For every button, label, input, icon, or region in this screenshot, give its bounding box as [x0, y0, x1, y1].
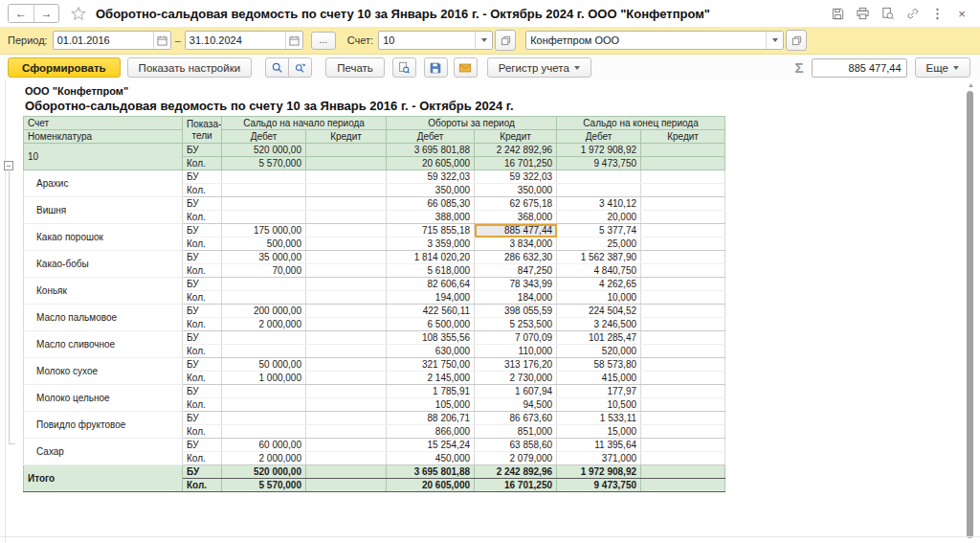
value-cell[interactable]: 715 855,18 — [387, 224, 475, 238]
row-name-cell[interactable]: 10 — [24, 144, 183, 170]
value-cell[interactable] — [641, 439, 725, 452]
value-cell[interactable] — [641, 452, 725, 465]
value-cell[interactable] — [641, 291, 725, 305]
value-cell[interactable]: 4 840,750 — [557, 264, 641, 278]
value-cell[interactable] — [641, 372, 725, 385]
value-cell[interactable]: 3 834,000 — [475, 238, 557, 251]
value-cell[interactable] — [306, 157, 387, 170]
value-cell[interactable] — [641, 385, 725, 398]
close-icon[interactable]: × — [955, 7, 969, 21]
organization-choose-button[interactable] — [786, 30, 807, 51]
indicator-cell[interactable]: Кол. — [183, 425, 222, 439]
value-cell[interactable] — [222, 170, 306, 184]
link-icon[interactable] — [905, 7, 920, 21]
value-cell[interactable]: 422 560,11 — [387, 305, 475, 318]
indicator-cell[interactable]: БУ — [183, 197, 222, 211]
value-cell[interactable]: 62 675,18 — [475, 197, 557, 211]
value-cell[interactable]: 2 000,000 — [222, 318, 306, 331]
value-cell[interactable]: 2 730,000 — [475, 372, 557, 385]
value-cell[interactable]: 200 000,00 — [222, 305, 306, 318]
value-cell[interactable]: 7 070,09 — [475, 331, 557, 345]
value-cell[interactable] — [641, 264, 725, 278]
indicator-cell[interactable]: Кол. — [183, 452, 222, 465]
value-cell[interactable] — [306, 238, 387, 251]
value-cell[interactable] — [222, 412, 306, 425]
value-cell[interactable] — [306, 398, 387, 412]
value-cell[interactable]: 1 533,11 — [557, 412, 641, 425]
account-choose-button[interactable] — [495, 30, 516, 51]
value-cell[interactable]: 20 605,000 — [387, 479, 475, 492]
vertical-scrollbar[interactable]: ▲ — [965, 81, 976, 542]
value-cell[interactable] — [306, 372, 387, 385]
print-icon[interactable] — [856, 7, 870, 21]
value-cell[interactable] — [306, 170, 387, 184]
indicator-cell[interactable]: Кол. — [183, 318, 222, 331]
calendar-icon[interactable] — [153, 32, 170, 49]
value-cell[interactable]: 520,000 — [557, 345, 641, 358]
indicator-cell[interactable]: Кол. — [183, 238, 222, 251]
value-cell[interactable]: 25,000 — [557, 238, 641, 251]
value-cell[interactable] — [222, 211, 306, 224]
value-cell[interactable] — [306, 385, 387, 398]
row-name-cell[interactable]: Масло сливочное — [24, 331, 183, 358]
value-cell[interactable]: 35 000,00 — [222, 251, 306, 264]
period-variants-button[interactable]: ... — [311, 32, 336, 50]
value-cell[interactable] — [641, 479, 725, 492]
value-cell[interactable]: 224 504,52 — [557, 305, 641, 318]
value-cell[interactable]: 5 570,000 — [222, 479, 306, 492]
value-cell[interactable]: 16 701,250 — [475, 479, 557, 492]
value-cell[interactable] — [641, 224, 725, 238]
row-name-cell[interactable]: Итого — [24, 465, 183, 492]
indicator-cell[interactable]: Кол. — [183, 157, 222, 170]
value-cell[interactable]: 851,000 — [475, 425, 557, 439]
value-cell[interactable] — [306, 318, 387, 331]
print-preview-icon[interactable] — [392, 57, 416, 78]
value-cell[interactable]: 60 000,00 — [222, 439, 306, 452]
indicator-cell[interactable]: Кол. — [183, 479, 222, 492]
indicator-cell[interactable]: Кол. — [183, 398, 222, 412]
value-cell[interactable]: 20 605,000 — [387, 157, 475, 170]
value-cell[interactable] — [641, 465, 725, 479]
value-cell[interactable] — [641, 412, 725, 425]
indicator-cell[interactable]: Кол. — [183, 291, 222, 305]
value-cell[interactable]: 630,000 — [387, 345, 475, 358]
indicator-cell[interactable]: БУ — [183, 412, 222, 425]
search-icon[interactable] — [265, 57, 289, 78]
value-cell[interactable] — [641, 184, 725, 197]
row-name-cell[interactable]: Молоко цельное — [24, 385, 183, 412]
value-cell[interactable] — [306, 197, 387, 211]
value-cell[interactable] — [641, 157, 725, 170]
value-cell[interactable]: 78 343,99 — [475, 278, 557, 291]
value-cell[interactable]: 520 000,00 — [222, 465, 306, 479]
value-cell[interactable] — [306, 425, 387, 439]
search-next-icon[interactable] — [288, 57, 312, 78]
value-cell[interactable]: 108 355,56 — [387, 331, 475, 345]
value-cell[interactable] — [222, 345, 306, 358]
account-combo[interactable]: 10 — [378, 31, 493, 50]
row-name-cell[interactable]: Молоко сухое — [24, 358, 183, 385]
value-cell[interactable] — [557, 170, 641, 184]
value-cell[interactable]: 70,000 — [222, 264, 306, 278]
scrollbar-thumb[interactable] — [967, 91, 973, 538]
value-cell[interactable] — [306, 291, 387, 305]
value-cell[interactable] — [641, 278, 725, 291]
value-cell[interactable] — [641, 425, 725, 439]
value-cell[interactable]: 5 253,500 — [475, 318, 557, 331]
indicator-cell[interactable]: Кол. — [183, 345, 222, 358]
value-cell[interactable] — [306, 479, 387, 492]
value-cell[interactable]: 1 972 908,92 — [557, 465, 641, 479]
value-cell[interactable]: 321 750,00 — [387, 358, 475, 372]
value-cell[interactable] — [641, 331, 725, 345]
period-to-field[interactable]: 31.10.2024 — [185, 31, 303, 50]
more-button[interactable]: Еще — [915, 57, 970, 78]
row-name-cell[interactable]: Арахис — [24, 170, 183, 197]
row-name-cell[interactable]: Какао порошок — [24, 224, 183, 251]
value-cell[interactable]: 3 695 801,88 — [387, 144, 475, 157]
value-cell[interactable]: 20,000 — [557, 211, 641, 224]
value-cell[interactable]: 2 145,000 — [387, 372, 475, 385]
value-cell[interactable]: 3 695 801,88 — [387, 465, 475, 479]
autosum-field[interactable]: 885 477,44 — [812, 58, 907, 78]
value-cell[interactable]: 398 055,59 — [475, 305, 557, 318]
value-cell[interactable]: 82 606,64 — [387, 278, 475, 291]
value-cell[interactable]: 9 473,750 — [557, 157, 641, 170]
